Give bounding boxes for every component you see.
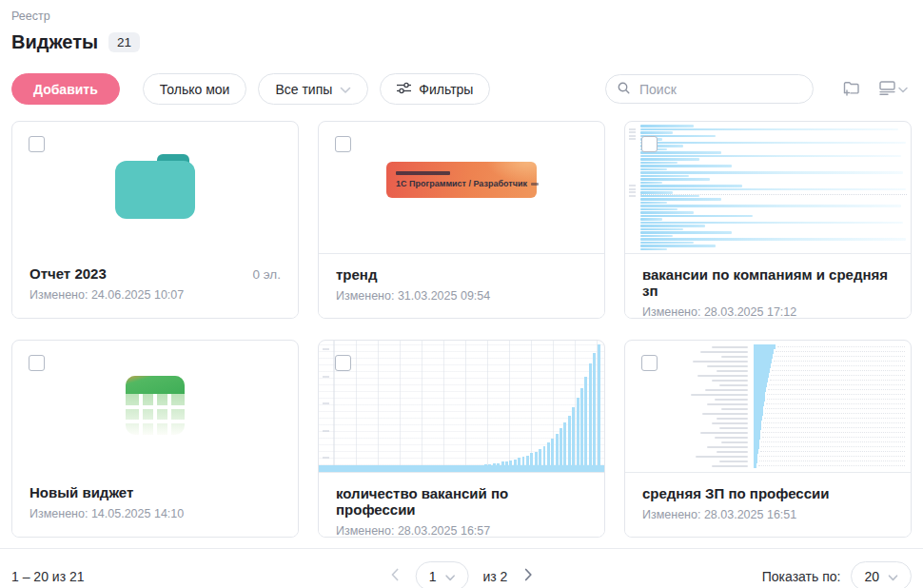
per-page-select[interactable]: 20 xyxy=(851,561,912,588)
next-page-button[interactable] xyxy=(521,566,534,586)
breadcrumb[interactable]: Реестр xyxy=(11,10,912,23)
view-mode-button[interactable] xyxy=(879,81,908,98)
bar xyxy=(589,363,592,472)
bar xyxy=(572,407,575,472)
bar xyxy=(640,188,906,191)
only-mine-button[interactable]: Только мои xyxy=(143,73,247,105)
dotted-leader xyxy=(761,446,905,447)
funnel-chart-preview xyxy=(625,341,911,472)
dotted-leader xyxy=(767,399,905,400)
bar xyxy=(640,222,903,225)
row-label-area xyxy=(629,441,754,443)
table-icon xyxy=(125,375,186,436)
row-label xyxy=(712,422,747,424)
dotted-leader xyxy=(768,389,905,390)
type-filter-button[interactable]: Все типы xyxy=(258,73,368,105)
row-label xyxy=(691,394,748,396)
banner-title-text: 1С Программист / Разработчик xyxy=(396,179,527,188)
per-page-value: 20 xyxy=(864,569,879,584)
row-label xyxy=(700,351,748,353)
bar xyxy=(640,235,673,238)
bar xyxy=(640,158,699,161)
widget-card-trend[interactable]: 1С Программист / Разработчик тренд Измен… xyxy=(318,121,605,319)
prev-page-button[interactable] xyxy=(389,566,402,586)
bar xyxy=(640,202,667,205)
row-label xyxy=(707,446,747,448)
dotted-leader xyxy=(774,361,905,362)
bar xyxy=(580,388,583,472)
dotted-leader xyxy=(767,394,905,395)
add-to-folder-button[interactable] xyxy=(843,80,860,99)
widget-card-vacancies-companies[interactable]: вакансии по компаниям и средняя зп Измен… xyxy=(624,121,912,319)
filters-button[interactable]: Фильтры xyxy=(380,73,490,105)
card-checkbox[interactable] xyxy=(29,355,45,371)
dotted-leader xyxy=(762,437,905,438)
card-meta: Изменено: 31.03.2025 09:54 xyxy=(336,289,587,303)
bar xyxy=(640,198,721,201)
bar xyxy=(640,228,683,231)
row-label xyxy=(721,356,747,358)
card-preview xyxy=(625,122,911,253)
row-label-area xyxy=(629,418,754,420)
row-label xyxy=(712,346,747,348)
widget-card-vacancy-count[interactable]: количество вакансий по профессии Изменен… xyxy=(318,340,605,538)
card-meta: Изменено: 28.03.2025 16:51 xyxy=(642,508,894,521)
row-label xyxy=(705,389,748,391)
row-label-area xyxy=(629,451,754,453)
bar xyxy=(640,238,906,241)
row-label-area xyxy=(629,413,754,415)
hbar-chart-preview xyxy=(625,122,911,253)
dotted-leader xyxy=(777,346,905,347)
row-label xyxy=(693,361,747,363)
card-checkbox[interactable] xyxy=(641,355,658,371)
bar xyxy=(640,245,716,247)
dotted-leader xyxy=(761,441,905,442)
card-footer: количество вакансий по профессии Изменен… xyxy=(319,472,604,537)
row-label xyxy=(707,403,747,405)
row-label xyxy=(717,370,747,372)
add-button[interactable]: Добавить xyxy=(11,73,120,105)
bar xyxy=(640,131,673,134)
toolbar: Добавить Только мои Все типы Фильтры xyxy=(11,73,912,105)
card-checkbox[interactable] xyxy=(335,355,351,371)
row-label xyxy=(707,365,747,367)
row-label xyxy=(721,408,747,410)
card-checkbox[interactable] xyxy=(335,136,351,152)
page-title: Виджеты xyxy=(11,31,98,53)
search-input[interactable] xyxy=(638,81,801,98)
card-meta: Изменено: 24.06.2025 10:07 xyxy=(29,288,281,302)
dotted-leader xyxy=(758,465,905,466)
card-checkbox[interactable] xyxy=(641,136,658,152)
bar xyxy=(640,205,901,207)
chevron-down-icon xyxy=(888,569,898,584)
widget-card-avg-salary[interactable]: средняя ЗП по профессии Изменено: 28.03.… xyxy=(624,340,912,538)
bar xyxy=(640,125,694,127)
chevron-right-icon xyxy=(523,568,532,584)
search-icon xyxy=(618,81,630,98)
dotted-leader xyxy=(764,418,905,419)
row-label xyxy=(721,441,747,443)
bar xyxy=(640,242,694,245)
widget-card-folder[interactable]: Отчет 2023 0 эл. Изменено: 24.06.2025 10… xyxy=(11,121,299,319)
pagination-bar: 1 – 20 из 21 1 из 2 Показать по: xyxy=(0,548,923,588)
row-label-area xyxy=(629,427,754,429)
card-footer: тренд Изменено: 31.03.2025 09:54 xyxy=(319,253,604,318)
banner-suffix-bar xyxy=(531,183,539,186)
bar xyxy=(640,218,662,221)
card-checkbox[interactable] xyxy=(29,136,45,152)
page-of-label: из 2 xyxy=(482,569,507,584)
search-box[interactable] xyxy=(605,74,814,104)
card-footer: вакансии по компаниям и средняя зп Измен… xyxy=(625,253,911,318)
row-label-area xyxy=(629,384,754,386)
bar xyxy=(640,211,694,214)
row-label-area xyxy=(629,351,754,353)
widget-card-new[interactable]: Новый виджет Изменено: 14.05.2025 14:10 xyxy=(11,340,299,538)
dotted-leader xyxy=(775,356,905,357)
per-page-group: Показать по: 20 xyxy=(762,561,912,588)
page-select[interactable]: 1 xyxy=(416,561,469,588)
bar xyxy=(640,168,667,171)
bar xyxy=(640,185,742,187)
vbar-chart-preview xyxy=(319,341,604,472)
row-label-area xyxy=(629,346,754,348)
card-meta: Изменено: 14.05.2025 14:10 xyxy=(29,507,281,520)
